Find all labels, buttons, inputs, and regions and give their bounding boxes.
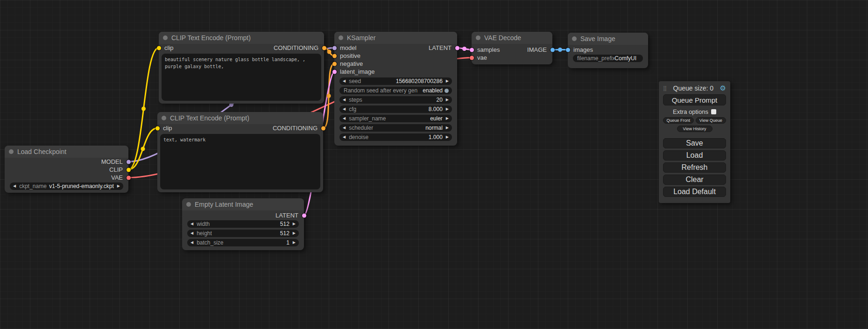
positive-prompt-textarea[interactable]: beautiful scenery nature glass bottle la…: [162, 54, 321, 101]
view-queue-button[interactable]: View Queue: [696, 117, 727, 124]
node-graph-canvas[interactable]: Load Checkpoint MODEL CLIP VAE ◀ ckpt_na…: [0, 0, 868, 329]
output-port-vae[interactable]: [127, 175, 131, 180]
collapse-dot[interactable]: [476, 35, 480, 40]
node-title-bar[interactable]: Load Checkpoint: [5, 146, 128, 158]
queue-prompt-button[interactable]: Queue Prompt: [663, 94, 726, 105]
increment-arrow-icon[interactable]: ▶: [446, 98, 449, 102]
widget-ckpt-name[interactable]: ◀ ckpt_name v1-5-pruned-emaonly.ckpt ▶: [10, 182, 123, 190]
decrement-arrow-icon[interactable]: ◀: [343, 135, 346, 139]
toggle-on-dot-icon[interactable]: [445, 89, 449, 93]
extra-options-label: Extra options: [673, 108, 708, 115]
output-port-latent[interactable]: [455, 46, 459, 50]
node-title-bar[interactable]: Save Image: [568, 33, 648, 45]
input-port-vae[interactable]: [470, 56, 474, 60]
decrement-arrow-icon[interactable]: ◀: [343, 98, 346, 102]
extra-options-checkbox[interactable]: [711, 109, 716, 114]
increment-arrow-icon[interactable]: ▶: [446, 117, 449, 120]
widget-scheduler[interactable]: ◀ scheduler normal ▶: [339, 124, 452, 132]
widget-filename-prefix[interactable]: filename_prefix ComfyUI: [573, 55, 643, 62]
save-button[interactable]: Save: [663, 138, 726, 148]
widget-random-seed-toggle[interactable]: Random seed after every gen enabled: [339, 87, 452, 94]
input-port-model[interactable]: [332, 46, 337, 50]
decrement-arrow-icon[interactable]: ◀: [343, 117, 346, 120]
input-port-samples[interactable]: [470, 48, 474, 52]
widget-batch-size[interactable]: ◀ batch_size 1 ▶: [187, 239, 299, 246]
collapse-dot[interactable]: [572, 36, 577, 41]
wire-midpoint-dot: [141, 107, 146, 111]
node-title-bar[interactable]: CLIP Text Encode (Prompt): [157, 112, 323, 124]
node-clip-text-encode-negative[interactable]: CLIP Text Encode (Prompt) clip CONDITION…: [157, 112, 323, 192]
output-port-conditioning[interactable]: [322, 46, 326, 50]
widget-height[interactable]: ◀ height 512 ▶: [187, 230, 299, 237]
input-label-images: images: [573, 46, 593, 53]
node-save-image[interactable]: Save Image images filename_prefix ComfyU…: [568, 33, 648, 68]
widget-steps[interactable]: ◀ steps 20 ▶: [339, 96, 452, 104]
node-title-bar[interactable]: Empty Latent Image: [182, 198, 304, 210]
decrement-arrow-icon[interactable]: ◀: [191, 231, 193, 235]
output-label-model: MODEL: [101, 158, 123, 165]
load-button[interactable]: Load: [663, 150, 726, 161]
queue-front-button[interactable]: Queue Front: [663, 117, 694, 124]
increment-arrow-icon[interactable]: ▶: [293, 222, 296, 226]
widget-denoise[interactable]: ◀ denoise 1.000 ▶: [339, 133, 452, 141]
collapse-dot[interactable]: [163, 35, 168, 40]
input-port-clip[interactable]: [155, 126, 160, 130]
input-port-clip[interactable]: [157, 46, 161, 50]
queue-buttons-row: Queue Front View Queue: [663, 117, 726, 124]
output-port-model[interactable]: [127, 160, 131, 164]
clear-button[interactable]: Clear: [663, 175, 726, 185]
node-load-checkpoint[interactable]: Load Checkpoint MODEL CLIP VAE ◀ ckpt_na…: [5, 146, 128, 193]
slot-row: clip CONDITIONING: [157, 124, 323, 132]
node-title-bar[interactable]: VAE Decode: [472, 32, 552, 44]
node-title-bar[interactable]: KSampler: [334, 32, 457, 44]
negative-prompt-textarea[interactable]: text, watermark: [160, 134, 320, 189]
increment-arrow-icon[interactable]: ▶: [446, 126, 449, 130]
increment-arrow-icon[interactable]: ▶: [446, 79, 449, 83]
node-title: VAE Decode: [484, 34, 521, 42]
input-port-images[interactable]: [566, 48, 570, 52]
increment-arrow-icon[interactable]: ▶: [293, 231, 296, 235]
decrement-arrow-icon[interactable]: ◀: [343, 79, 346, 83]
queue-menu-panel[interactable]: ⣿ Queue size: 0 ⚙ Queue Prompt Extra opt…: [659, 81, 730, 203]
decrement-arrow-icon[interactable]: ◀: [343, 126, 346, 130]
wire-midpoint-dot: [558, 48, 562, 52]
collapse-dot[interactable]: [339, 35, 343, 40]
input-port-latent-image[interactable]: [332, 70, 337, 74]
decrement-arrow-icon[interactable]: ◀: [343, 107, 346, 111]
increment-arrow-icon[interactable]: ▶: [293, 241, 296, 245]
slot-row: positive: [334, 52, 457, 60]
output-port-latent[interactable]: [302, 213, 306, 217]
widget-sampler-name[interactable]: ◀ sampler_name euler ▶: [339, 115, 452, 122]
view-history-button[interactable]: View History: [677, 126, 713, 132]
widget-cfg[interactable]: ◀ cfg 8.000 ▶: [339, 105, 452, 113]
widget-name: height: [197, 230, 212, 237]
node-ksampler[interactable]: KSampler model LATENT positive negative …: [334, 32, 457, 146]
slot-row: model LATENT: [334, 44, 457, 52]
node-clip-text-encode-positive[interactable]: CLIP Text Encode (Prompt) clip CONDITION…: [159, 32, 324, 104]
input-port-positive[interactable]: [332, 54, 337, 58]
widget-value: 8.000: [429, 106, 443, 112]
widget-width[interactable]: ◀ width 512 ▶: [187, 220, 299, 228]
node-title-bar[interactable]: CLIP Text Encode (Prompt): [159, 32, 324, 44]
refresh-button[interactable]: Refresh: [663, 162, 726, 173]
collapse-dot[interactable]: [186, 202, 191, 207]
node-vae-decode[interactable]: VAE Decode samples IMAGE vae: [472, 32, 552, 64]
collapse-dot[interactable]: [162, 116, 166, 120]
decrement-arrow-icon[interactable]: ◀: [13, 184, 16, 188]
output-port-clip[interactable]: [127, 168, 131, 172]
node-empty-latent-image[interactable]: Empty Latent Image LATENT ◀ width 512 ▶ …: [182, 198, 304, 250]
increment-arrow-icon[interactable]: ▶: [446, 135, 449, 139]
output-port-image[interactable]: [550, 48, 555, 52]
input-port-negative[interactable]: [332, 62, 337, 66]
input-label-negative: negative: [340, 60, 363, 67]
settings-gear-icon[interactable]: ⚙: [720, 84, 726, 92]
output-port-conditioning[interactable]: [321, 126, 325, 130]
drag-handle-icon[interactable]: ⣿: [663, 85, 667, 91]
load-default-button[interactable]: Load Default: [663, 187, 726, 197]
decrement-arrow-icon[interactable]: ◀: [191, 222, 193, 226]
increment-arrow-icon[interactable]: ▶: [446, 107, 449, 111]
increment-arrow-icon[interactable]: ▶: [117, 184, 120, 188]
widget-seed[interactable]: ◀ seed 156680208700286 ▶: [339, 77, 452, 85]
decrement-arrow-icon[interactable]: ◀: [191, 241, 193, 245]
collapse-dot[interactable]: [9, 149, 14, 154]
